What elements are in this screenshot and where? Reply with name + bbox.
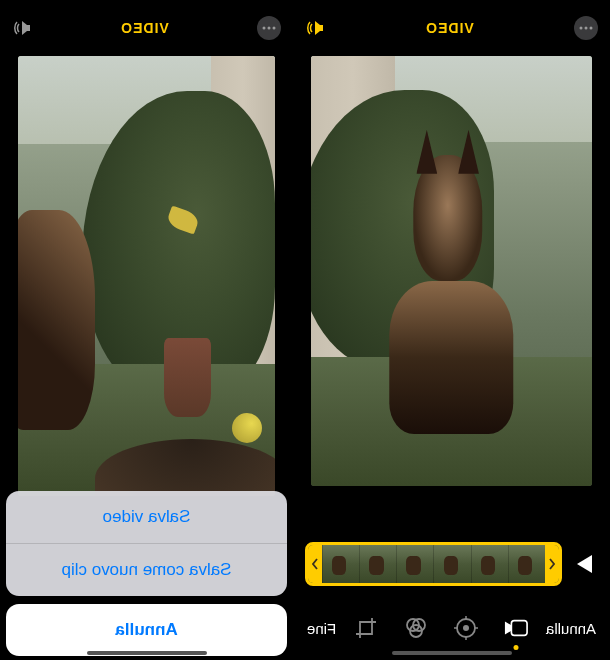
trim-handle-start[interactable] xyxy=(545,545,559,583)
editor-pane-left: VIDEO Salva video Salva come nuovo clip … xyxy=(0,0,293,660)
audio-toggle[interactable] xyxy=(305,19,325,37)
action-sheet-options: Salva video Salva come nuovo clip xyxy=(6,491,287,596)
filters-tool[interactable] xyxy=(404,616,428,640)
video-frame-preview xyxy=(18,56,275,496)
trim-handle-end[interactable] xyxy=(308,545,322,583)
mode-label: VIDEO xyxy=(120,20,169,36)
adjust-tool-icon xyxy=(454,616,478,640)
video-frame-preview xyxy=(311,56,592,486)
save-action-sheet: Salva video Salva come nuovo clip Annull… xyxy=(6,491,287,656)
crop-tool[interactable] xyxy=(354,616,378,640)
done-button[interactable]: Fine xyxy=(307,620,336,637)
svg-point-8 xyxy=(463,625,469,631)
top-bar: VIDEO xyxy=(293,0,610,56)
more-options-button[interactable] xyxy=(574,16,598,40)
more-options-button[interactable] xyxy=(257,16,281,40)
adjust-tool[interactable] xyxy=(454,616,478,640)
speaker-muted-icon xyxy=(12,19,32,37)
mode-label: VIDEO xyxy=(425,20,474,36)
svg-point-1 xyxy=(268,27,271,30)
video-tool-icon xyxy=(504,619,528,637)
video-viewer xyxy=(293,56,610,532)
filmstrip-frames[interactable] xyxy=(322,545,545,583)
svg-point-4 xyxy=(585,27,588,30)
home-indicator[interactable] xyxy=(87,651,207,655)
chevron-right-icon xyxy=(312,558,318,570)
svg-rect-6 xyxy=(511,621,527,636)
editor-pane-right: VIDEO xyxy=(293,0,610,660)
svg-point-0 xyxy=(273,27,276,30)
speaker-on-icon xyxy=(305,19,325,37)
filters-tool-icon xyxy=(404,616,428,640)
save-as-new-clip-button[interactable]: Salva come nuovo clip xyxy=(6,544,287,596)
play-icon xyxy=(576,554,594,574)
more-options-icon xyxy=(262,26,276,30)
svg-point-3 xyxy=(590,27,593,30)
cancel-button[interactable]: Annulla xyxy=(6,604,287,656)
trim-filmstrip[interactable] xyxy=(305,542,562,586)
filmstrip-area xyxy=(293,532,610,596)
more-options-icon xyxy=(579,26,593,30)
video-tool[interactable] xyxy=(504,616,528,640)
play-button[interactable] xyxy=(572,551,598,577)
crop-tool-icon xyxy=(354,616,378,640)
home-indicator[interactable] xyxy=(392,651,512,655)
svg-point-2 xyxy=(263,27,266,30)
tool-icons xyxy=(354,616,528,640)
svg-point-5 xyxy=(580,27,583,30)
chevron-left-icon xyxy=(549,558,555,570)
save-video-button[interactable]: Salva video xyxy=(6,491,287,544)
top-bar: VIDEO xyxy=(0,0,293,56)
cancel-button[interactable]: Annulla xyxy=(546,620,596,637)
audio-toggle[interactable] xyxy=(12,19,32,37)
